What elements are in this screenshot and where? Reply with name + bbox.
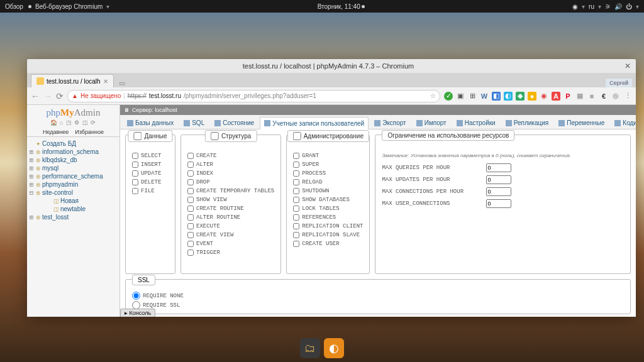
priv-checkbox[interactable] [187, 223, 194, 229]
resource-input[interactable] [486, 163, 511, 172]
resource-input[interactable] [486, 187, 511, 196]
tree-item[interactable]: ✦ Создать БД [28, 140, 118, 148]
tab-close-icon[interactable]: ✕ [103, 78, 108, 85]
ext-icon[interactable]: ▣ [456, 92, 465, 101]
priv-checkbox[interactable] [293, 197, 299, 203]
network-icon[interactable]: ⚞ [605, 3, 611, 10]
priv-checkbox[interactable] [293, 214, 299, 221]
priv-checkbox[interactable] [293, 206, 299, 212]
console-toggle[interactable]: ▸ Консоль [120, 309, 155, 317]
ext-icon[interactable]: ◎ [611, 92, 620, 101]
priv-checkbox[interactable] [187, 197, 194, 203]
priv-checkbox[interactable] [187, 179, 194, 185]
priv-checkbox[interactable] [293, 179, 299, 185]
server-bar[interactable]: 🖥 Сервер: localhost [120, 105, 636, 115]
priv-checkbox[interactable] [293, 232, 299, 238]
priv-item[interactable]: SHOW DATABASES [293, 197, 363, 203]
pma-tab[interactable]: Кодировки [610, 117, 636, 129]
priv-item[interactable]: REPLICATION SLAVE [293, 232, 363, 238]
priv-checkbox[interactable] [187, 232, 194, 238]
priv-checkbox[interactable] [293, 153, 299, 159]
ext-icon[interactable]: P [564, 92, 572, 101]
pma-tab[interactable]: SQL [179, 117, 209, 129]
priv-item[interactable]: LOCK TABLES [293, 206, 363, 212]
ext-icon[interactable]: A [552, 92, 560, 101]
priv-item[interactable]: UPDATE [132, 170, 169, 177]
forward-button[interactable]: → [43, 91, 52, 101]
priv-checkbox[interactable] [187, 188, 194, 194]
tree-item[interactable]: ⊞⊛ information_schema [28, 148, 118, 156]
priv-checkbox[interactable] [187, 250, 194, 256]
priv-item[interactable]: SHOW VIEW [187, 197, 274, 203]
check-all-structure[interactable] [211, 132, 219, 140]
pma-tab[interactable]: Состояние [210, 117, 258, 129]
profile-badge[interactable]: Сергей [606, 79, 632, 87]
pma-tab[interactable]: Базы данных [123, 117, 178, 129]
tree-item[interactable]: ⊞⊛ mysql [28, 164, 118, 172]
lang-indicator[interactable]: ru [589, 3, 594, 10]
ssl-radio[interactable] [132, 292, 140, 300]
priv-item[interactable]: EVENT [187, 241, 274, 247]
tree-item[interactable]: ⊞⊛ test_losst [28, 213, 118, 221]
pma-quick-icons[interactable]: 🏠 ⌂ ◳ ⚙ ◫ ⟳ [27, 119, 119, 126]
priv-item[interactable]: DELETE [132, 179, 169, 185]
priv-item[interactable]: RELOAD [293, 179, 363, 185]
tree-item[interactable]: ◫ newtable [28, 205, 118, 213]
priv-checkbox[interactable] [187, 153, 194, 159]
priv-item[interactable]: TRIGGER [187, 250, 274, 256]
ext-icon[interactable]: W [480, 92, 489, 101]
priv-item[interactable]: CREATE ROUTINE [187, 206, 274, 212]
resource-input[interactable] [486, 199, 511, 208]
priv-checkbox[interactable] [293, 170, 299, 177]
power-icon[interactable]: ⏻ [626, 3, 632, 10]
priv-item[interactable]: CREATE USER [293, 241, 363, 247]
tree-item[interactable]: ⊞⊛ phpmyadmin [28, 180, 118, 189]
tree-item[interactable]: ⊞⊛ klbqdskz_db [28, 156, 118, 164]
priv-checkbox[interactable] [132, 170, 138, 177]
bookmark-star-icon[interactable]: ☆ [430, 92, 436, 99]
ext-icon[interactable]: ✓ [444, 92, 453, 101]
ext-icon[interactable]: ● [528, 92, 536, 101]
priv-checkbox[interactable] [293, 162, 299, 168]
priv-checkbox[interactable] [132, 153, 138, 159]
pma-tab[interactable]: Импорт [412, 117, 451, 129]
priv-item[interactable]: ALTER [187, 162, 274, 168]
ssl-option[interactable]: REQUIRE SSL [132, 300, 624, 310]
check-all-data[interactable] [133, 132, 142, 140]
priv-checkbox[interactable] [132, 188, 138, 194]
priv-item[interactable]: SELECT [132, 153, 169, 159]
recent-link[interactable]: Недавнее [43, 129, 69, 135]
priv-item[interactable]: INDEX [187, 170, 274, 177]
priv-item[interactable]: PROCESS [293, 170, 363, 177]
ext-icon[interactable]: ◧ [492, 92, 501, 101]
window-titlebar[interactable]: test.losst.ru / localhost | phpMyAdmin 4… [27, 59, 636, 73]
priv-item[interactable]: FILE [132, 188, 169, 194]
priv-item[interactable]: SHUTDOWN [293, 188, 363, 194]
reload-button[interactable]: ⟳ [56, 91, 64, 101]
resource-input[interactable] [486, 175, 511, 184]
pma-tab[interactable]: Учетные записи пользователей [260, 117, 369, 129]
pma-tab[interactable]: Настройки [452, 117, 500, 129]
priv-item[interactable]: SUPER [293, 162, 363, 168]
priv-item[interactable]: CREATE VIEW [187, 232, 274, 238]
ext-icon[interactable]: ◆ [516, 92, 525, 101]
priv-item[interactable]: REFERENCES [293, 214, 363, 221]
close-icon[interactable]: ✕ [625, 62, 631, 70]
ext-icon[interactable]: ▦ [575, 92, 584, 101]
volume-icon[interactable]: 🔊 [614, 3, 622, 10]
favorites-link[interactable]: Избранное [75, 129, 104, 135]
ext-icon[interactable]: ≡ [587, 92, 596, 101]
ext-icon[interactable]: € [599, 92, 608, 101]
priv-item[interactable]: REPLICATION CLIENT [293, 223, 363, 229]
pma-tab[interactable]: Экспорт [370, 117, 411, 129]
ext-icon[interactable]: ◉ [540, 92, 548, 101]
priv-item[interactable]: EXECUTE [187, 223, 274, 229]
ssl-option[interactable]: REQUIRE NONE [132, 291, 624, 300]
activities-button[interactable]: Обзор [5, 3, 23, 10]
new-tab-button[interactable]: ▭ [115, 79, 129, 87]
tree-item[interactable]: ◫ Новая [28, 197, 118, 205]
browser-tab[interactable]: test.losst.ru / localh ✕ [31, 74, 114, 87]
address-bar[interactable]: ▲ Не защищено | https://test.losst.ru/ph… [67, 90, 440, 102]
priv-checkbox[interactable] [187, 214, 194, 221]
priv-item[interactable]: CREATE [187, 153, 274, 159]
